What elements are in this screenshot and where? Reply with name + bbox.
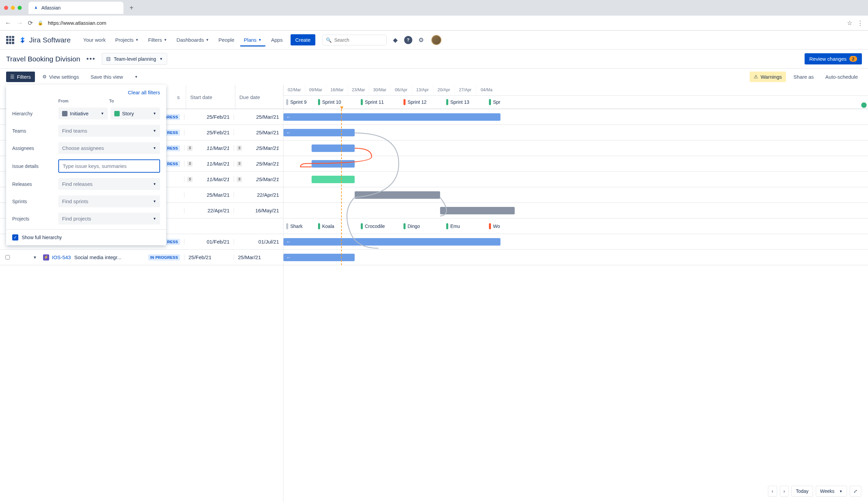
nav-projects[interactable]: Projects▼ bbox=[112, 34, 142, 45]
sprint-chip[interactable]: Emu bbox=[444, 223, 486, 229]
sprints-select[interactable]: Find sprints▼ bbox=[58, 195, 160, 207]
start-date[interactable]: 01/Feb/21 bbox=[184, 239, 234, 245]
due-date[interactable]: 22/Apr/21 bbox=[234, 192, 283, 198]
forward-button[interactable]: → bbox=[16, 19, 23, 27]
jira-logo[interactable]: Jira Software bbox=[19, 36, 71, 44]
clear-all-filters-link[interactable]: Clear all filters bbox=[128, 90, 160, 95]
maximize-window-button[interactable] bbox=[18, 6, 22, 10]
hierarchy-to-select[interactable]: Story ▼ bbox=[111, 107, 160, 120]
url-field[interactable]: https://www.atlassian.com bbox=[48, 20, 842, 26]
sprint-chip[interactable]: Sprint 11 bbox=[358, 99, 401, 105]
sprint-chip[interactable]: Sprint 12 bbox=[401, 99, 444, 105]
search-input[interactable] bbox=[334, 37, 383, 43]
gantt-bar[interactable] bbox=[312, 144, 355, 152]
project-more-button[interactable]: ••• bbox=[86, 55, 96, 63]
browser-menu-button[interactable]: ⋮ bbox=[857, 19, 863, 27]
nav-apps[interactable]: Apps bbox=[268, 34, 287, 45]
due-date[interactable]: S25/Mar/21 bbox=[234, 161, 283, 166]
start-date[interactable]: 25/Feb/21 bbox=[184, 254, 234, 260]
filters-button[interactable]: ☰ Filters bbox=[6, 72, 35, 82]
teams-select[interactable]: Find teams▼ bbox=[58, 125, 160, 137]
settings-icon[interactable]: ⚙ bbox=[416, 34, 426, 45]
due-date[interactable]: S25/Mar/21 bbox=[234, 145, 283, 151]
close-window-button[interactable] bbox=[4, 6, 8, 10]
nav-dashboards[interactable]: Dashboards▼ bbox=[173, 34, 213, 45]
start-date[interactable]: 25/Feb/21 bbox=[184, 130, 234, 135]
due-date[interactable]: S25/Mar/21 bbox=[234, 176, 283, 182]
auto-schedule-button[interactable]: Auto-schedule bbox=[821, 72, 862, 82]
search-box[interactable]: 🔍 bbox=[322, 34, 386, 45]
sprint-chip[interactable]: Sprint 10 bbox=[315, 99, 358, 105]
app-switcher-icon[interactable] bbox=[6, 36, 14, 44]
zoom-select[interactable]: Weeks▼ bbox=[816, 486, 847, 496]
gantt-bar[interactable]: ← bbox=[283, 254, 355, 261]
gantt-bar[interactable] bbox=[312, 160, 355, 167]
browser-tab[interactable]: Atlassian bbox=[29, 2, 123, 14]
start-date[interactable]: 25/Mar/21 bbox=[184, 192, 234, 198]
due-date[interactable]: 25/Mar/21 bbox=[234, 254, 283, 260]
status-badge[interactable]: RESS bbox=[165, 161, 180, 167]
assignees-select[interactable]: Choose assignees▼ bbox=[58, 142, 160, 154]
gantt-bar[interactable]: ← bbox=[283, 113, 500, 121]
back-button[interactable]: ← bbox=[5, 19, 11, 27]
status-badge[interactable]: RESS bbox=[165, 239, 180, 245]
releases-select[interactable]: Find releases▼ bbox=[58, 178, 160, 190]
due-date[interactable]: 25/Mar/21 bbox=[234, 130, 283, 135]
sprint-chip[interactable]: Sprint 9 bbox=[283, 99, 315, 105]
gantt-bar[interactable]: ← bbox=[283, 129, 355, 136]
issue-key[interactable]: IOS-543 bbox=[52, 254, 71, 260]
start-date[interactable]: S11/Mar/21 bbox=[184, 176, 234, 182]
sprint-chip[interactable]: Shark bbox=[283, 223, 315, 229]
show-full-hierarchy-checkbox[interactable]: ✓ bbox=[12, 234, 18, 240]
reload-button[interactable]: ⟳ bbox=[28, 19, 33, 27]
start-date[interactable]: 25/Feb/21 bbox=[184, 114, 234, 120]
notifications-icon[interactable]: ◆ bbox=[390, 34, 401, 45]
issue-details-input[interactable] bbox=[58, 160, 160, 173]
save-view-dropdown[interactable]: ▼ bbox=[131, 73, 142, 81]
sprint-chip[interactable]: Dingo bbox=[401, 223, 444, 229]
expand-icon[interactable]: ▼ bbox=[33, 255, 43, 260]
due-date[interactable]: 16/May/21 bbox=[234, 207, 283, 213]
start-date[interactable]: 22/Apr/21 bbox=[184, 207, 234, 213]
plan-level-select[interactable]: ⊟ Team-level planning ▼ bbox=[102, 53, 167, 65]
sprint-chip[interactable]: Spr bbox=[486, 99, 529, 105]
due-date[interactable]: 01/Jul/21 bbox=[234, 239, 283, 245]
sprint-chip[interactable]: Koala bbox=[315, 223, 358, 229]
due-date[interactable]: 25/Mar/21 bbox=[234, 114, 283, 120]
sprint-chip[interactable]: Wo bbox=[486, 223, 529, 229]
save-view-button[interactable]: Save this view bbox=[86, 72, 127, 82]
sprint-chip[interactable]: Crocodile bbox=[358, 223, 401, 229]
help-icon[interactable]: ? bbox=[404, 36, 412, 44]
gantt-bar[interactable]: ← bbox=[283, 238, 500, 246]
sprint-chip[interactable]: Sprint 13 bbox=[444, 99, 486, 105]
bookmark-button[interactable]: ☆ bbox=[847, 19, 852, 27]
nav-people[interactable]: People bbox=[215, 34, 238, 45]
gantt-bar[interactable] bbox=[355, 191, 440, 199]
start-date[interactable]: S11/Mar/21 bbox=[184, 145, 234, 151]
nav-filters[interactable]: Filters▼ bbox=[144, 34, 171, 45]
minimize-window-button[interactable] bbox=[11, 6, 15, 10]
warnings-button[interactable]: ⚠ Warnings bbox=[750, 72, 786, 82]
review-changes-button[interactable]: Review changes 2 bbox=[805, 53, 862, 64]
projects-select[interactable]: Find projects▼ bbox=[58, 213, 160, 225]
nav-plans[interactable]: Plans▼ bbox=[240, 34, 265, 47]
timeline-prev-button[interactable]: ‹ bbox=[768, 486, 777, 496]
release-marker[interactable] bbox=[861, 102, 867, 108]
timeline-next-button[interactable]: › bbox=[780, 486, 789, 496]
new-tab-button[interactable]: + bbox=[126, 4, 137, 12]
gantt-bar[interactable] bbox=[312, 176, 355, 183]
nav-your-work[interactable]: Your work bbox=[80, 34, 110, 45]
create-button[interactable]: Create bbox=[291, 34, 315, 45]
status-badge[interactable]: IN PROGRESS bbox=[148, 254, 180, 260]
issue-row[interactable]: ▼ ⚡ IOS-543 Social media integr... IN PR… bbox=[0, 250, 283, 265]
hierarchy-from-select[interactable]: Initiative ▼ bbox=[58, 107, 108, 120]
fullscreen-button[interactable]: ⤢ bbox=[850, 486, 861, 496]
status-badge[interactable]: RESS bbox=[165, 130, 180, 136]
status-badge[interactable]: RESS bbox=[165, 145, 180, 151]
user-avatar[interactable] bbox=[431, 35, 442, 45]
gantt-bar[interactable] bbox=[440, 207, 515, 214]
row-checkbox[interactable] bbox=[6, 255, 10, 259]
start-date[interactable]: S11/Mar/21 bbox=[184, 161, 234, 166]
view-settings-button[interactable]: ⚙ View settings bbox=[38, 72, 83, 82]
today-button[interactable]: Today bbox=[792, 486, 813, 496]
